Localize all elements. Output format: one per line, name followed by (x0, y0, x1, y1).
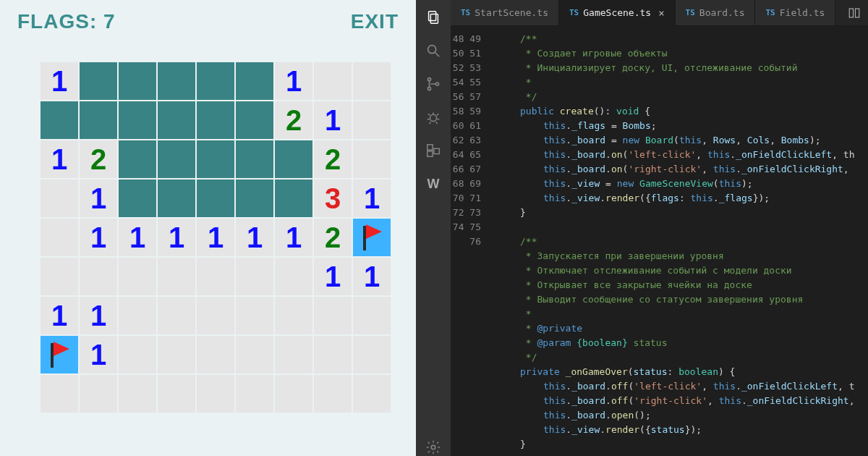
board-cell[interactable]: 1 (236, 219, 273, 256)
board-cell[interactable] (119, 297, 156, 334)
board-cell[interactable] (158, 180, 195, 217)
board-cell[interactable] (41, 375, 78, 413)
board-cell[interactable] (353, 62, 391, 100)
extensions-icon[interactable] (425, 142, 442, 159)
board-cell[interactable]: 1 (119, 219, 156, 256)
board-cell[interactable]: 1 (353, 180, 391, 217)
board-cell[interactable]: 1 (158, 219, 195, 256)
board-cell[interactable] (353, 336, 391, 373)
board-cell[interactable] (236, 62, 273, 100)
board-cell[interactable] (158, 140, 195, 178)
debug-icon[interactable] (425, 109, 442, 126)
exit-button[interactable]: EXIT (351, 10, 399, 33)
board-cell[interactable] (275, 180, 312, 217)
board-cell[interactable]: 1 (41, 297, 78, 334)
code-area[interactable]: 48 49 50 51 52 53 54 55 56 57 58 59 60 6… (451, 26, 868, 456)
board-cell[interactable] (236, 336, 273, 373)
board-cell[interactable] (236, 375, 273, 413)
board-cell[interactable] (197, 297, 234, 334)
board-cell[interactable] (353, 219, 391, 256)
board-cell[interactable]: 1 (314, 258, 352, 295)
board-cell[interactable] (236, 101, 273, 139)
board-cell[interactable] (353, 297, 391, 334)
board-cell[interactable] (158, 297, 195, 334)
board-cell[interactable] (197, 140, 234, 178)
board-cell[interactable] (275, 375, 312, 413)
workspace-icon[interactable]: W (425, 175, 442, 193)
board-cell[interactable]: 2 (80, 140, 117, 178)
board-cell[interactable]: 1 (80, 336, 117, 373)
board-cell[interactable] (80, 101, 117, 139)
board-cell[interactable] (158, 101, 195, 139)
editor-actions[interactable] (841, 0, 868, 25)
board-cell[interactable] (314, 336, 352, 373)
board-cell[interactable] (236, 180, 273, 217)
minesweeper-board[interactable]: 1121122131111111211111 (41, 62, 391, 413)
board-cell[interactable] (275, 297, 312, 334)
board-cell[interactable] (197, 180, 234, 217)
board-cell[interactable] (236, 258, 273, 295)
board-cell[interactable] (119, 258, 156, 295)
board-cell[interactable] (314, 375, 352, 413)
board-cell[interactable] (353, 101, 391, 139)
board-cell[interactable] (275, 336, 312, 373)
board-cell[interactable] (236, 140, 273, 178)
board-cell[interactable] (197, 101, 234, 139)
board-cell[interactable] (80, 62, 117, 100)
board-cell[interactable] (80, 375, 117, 413)
explorer-icon[interactable] (425, 9, 442, 26)
board-cell[interactable] (41, 336, 78, 373)
board-cell[interactable] (314, 62, 352, 100)
board-cell[interactable] (158, 62, 195, 100)
board-cell[interactable] (158, 258, 195, 295)
settings-gear-icon[interactable] (425, 439, 442, 456)
board-cell[interactable]: 2 (275, 101, 312, 139)
board-cell[interactable]: 1 (41, 62, 78, 100)
board-cell[interactable] (158, 375, 195, 413)
board-cell[interactable] (119, 375, 156, 413)
tab-startscene-ts[interactable]: TSStartScene.ts (451, 0, 559, 25)
search-icon[interactable] (425, 42, 442, 59)
board-cell[interactable]: 1 (80, 219, 117, 256)
tab-gamescene-ts[interactable]: TSGameScene.ts× (559, 0, 676, 25)
board-cell[interactable]: 1 (275, 219, 312, 256)
board-cell[interactable]: 1 (275, 62, 312, 100)
board-cell[interactable] (197, 258, 234, 295)
source-control-icon[interactable] (425, 75, 442, 93)
board-cell[interactable]: 3 (314, 180, 352, 217)
board-cell[interactable] (314, 297, 352, 334)
board-cell[interactable]: 1 (80, 297, 117, 334)
board-cell[interactable]: 1 (41, 140, 78, 178)
board-cell[interactable]: 2 (314, 219, 352, 256)
board-cell[interactable] (41, 219, 78, 256)
board-cell[interactable] (158, 336, 195, 373)
board-cell[interactable] (41, 258, 78, 295)
code-content[interactable]: /** * Создает игровые объекты * Инициали… (490, 26, 868, 456)
compare-icon[interactable] (848, 7, 861, 20)
tab-field-ts[interactable]: TSField.ts (755, 0, 835, 25)
board-cell[interactable] (119, 62, 156, 100)
board-cell[interactable]: 1 (314, 101, 352, 139)
board-cell[interactable]: 1 (353, 258, 391, 295)
board-cell[interactable] (119, 180, 156, 217)
board-cell[interactable] (197, 62, 234, 100)
board-cell[interactable] (236, 297, 273, 334)
board-cell[interactable]: 2 (314, 140, 352, 178)
svg-line-3 (435, 53, 440, 57)
board-cell[interactable] (80, 258, 117, 295)
board-cell[interactable] (353, 375, 391, 413)
board-cell[interactable]: 1 (197, 219, 234, 256)
board-cell[interactable] (197, 375, 234, 413)
board-cell[interactable] (353, 140, 391, 178)
tab-board-ts[interactable]: TSBoard.ts (676, 0, 756, 25)
board-cell[interactable] (197, 336, 234, 373)
board-cell[interactable] (275, 140, 312, 178)
board-cell[interactable] (275, 258, 312, 295)
board-cell[interactable] (119, 140, 156, 178)
board-cell[interactable] (41, 180, 78, 217)
board-cell[interactable] (119, 336, 156, 373)
board-cell[interactable] (41, 101, 78, 139)
close-icon[interactable]: × (658, 7, 664, 19)
board-cell[interactable]: 1 (80, 180, 117, 217)
board-cell[interactable] (119, 101, 156, 139)
